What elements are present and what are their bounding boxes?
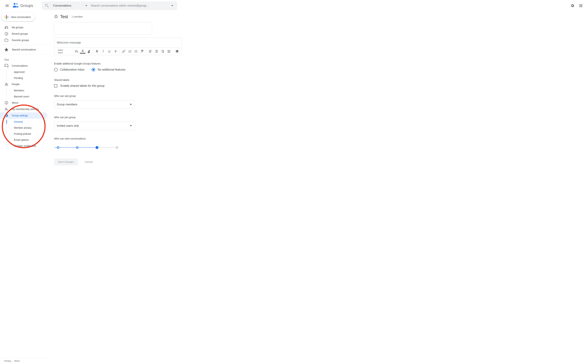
who-see-select[interactable]: Group members bbox=[54, 100, 134, 109]
star-toggle[interactable] bbox=[54, 14, 58, 19]
insert-image-button[interactable] bbox=[174, 48, 180, 54]
sidebar-item-label: Group settings bbox=[12, 114, 28, 117]
clear-format-icon bbox=[140, 50, 144, 53]
link-icon bbox=[122, 50, 126, 53]
main-content: Test 1 member Welcome message Sans Serif… bbox=[51, 11, 588, 364]
who-view-conv-slider[interactable] bbox=[54, 143, 118, 152]
text-color-button[interactable]: A bbox=[80, 49, 86, 53]
forum-icon bbox=[4, 64, 8, 68]
groups-logo-icon bbox=[12, 2, 19, 10]
numbered-list-button[interactable] bbox=[127, 48, 133, 54]
sidebar-item-my-membership-settings[interactable]: My membership settings bbox=[0, 106, 47, 112]
sidebar-item-label: My membership settings bbox=[12, 108, 39, 110]
feature-radio-no-additional-features[interactable]: No additional features bbox=[92, 68, 126, 72]
sidebar: New conversation My groupsRecent groupsF… bbox=[0, 11, 51, 364]
caret-down-icon bbox=[130, 104, 132, 106]
member-count: 1 member bbox=[72, 15, 83, 18]
search-scope-label: Conversations bbox=[53, 4, 71, 7]
search-options-button[interactable] bbox=[169, 5, 176, 6]
footer-terms-link[interactable]: Terms bbox=[14, 360, 20, 362]
caret-down-icon bbox=[130, 125, 132, 127]
shared-labels-checkbox[interactable]: Enable shared labels for this group bbox=[54, 84, 587, 87]
sidebar-sub-general[interactable]: General bbox=[0, 119, 47, 125]
who-view-conv-title: Who can view conversations bbox=[54, 137, 587, 140]
sidebar-sub-banned-users[interactable]: Banned users bbox=[0, 93, 47, 99]
highlight-color-button[interactable] bbox=[86, 48, 92, 54]
search-input[interactable] bbox=[91, 4, 169, 7]
groups-icon bbox=[4, 25, 8, 30]
search-icon[interactable] bbox=[43, 4, 51, 8]
align-center-button[interactable] bbox=[154, 48, 160, 54]
image-icon bbox=[175, 50, 179, 53]
highlight-icon bbox=[87, 50, 91, 53]
link-button[interactable] bbox=[121, 48, 127, 54]
feature-radio-collaborative-inbox[interactable]: Collaborative Inbox bbox=[54, 68, 85, 72]
person-gear-icon bbox=[4, 107, 8, 111]
underline-button[interactable]: U bbox=[107, 48, 112, 54]
sidebar-item-my-groups[interactable]: My groups bbox=[0, 24, 47, 31]
radio-icon bbox=[54, 68, 58, 72]
folder-icon bbox=[4, 38, 8, 42]
settings-button[interactable] bbox=[568, 1, 577, 10]
who-join-select[interactable]: Invited users only bbox=[54, 122, 134, 130]
people-icon bbox=[4, 82, 8, 86]
sidebar-item-group-settings[interactable]: Group settings bbox=[0, 112, 47, 119]
align-left-icon bbox=[149, 50, 152, 53]
save-button[interactable]: Save changes bbox=[54, 159, 78, 165]
font-family-dropdown[interactable]: Sans Serif bbox=[56, 49, 71, 54]
radio-label: No additional features bbox=[98, 68, 126, 71]
radio-label: Collaborative Inbox bbox=[60, 68, 85, 71]
list-bulleted-icon bbox=[134, 50, 138, 53]
sidebar-sub-approved[interactable]: Approved bbox=[0, 69, 47, 75]
sidebar-item-starred[interactable]: Starred conversations bbox=[0, 46, 47, 53]
sidebar-sub-email-options[interactable]: Email options bbox=[0, 137, 47, 143]
svg-point-8 bbox=[16, 3, 18, 5]
sidebar-sub-member-moderation[interactable]: Member moderation bbox=[0, 143, 47, 149]
clear-formatting-button[interactable] bbox=[139, 48, 145, 54]
who-join-title: Who can join group bbox=[54, 116, 587, 119]
sidebar-sub-member-privacy[interactable]: Member privacy bbox=[0, 125, 47, 131]
svg-rect-9 bbox=[88, 52, 90, 53]
page-header: Test 1 member bbox=[53, 11, 587, 22]
bold-button[interactable]: B bbox=[94, 48, 100, 54]
page-title: Test bbox=[60, 14, 68, 19]
sidebar-sub-members[interactable]: Members bbox=[0, 87, 47, 93]
align-justify-button[interactable] bbox=[166, 48, 172, 54]
bulleted-list-button[interactable] bbox=[133, 48, 139, 54]
sidebar-item-favorite-groups[interactable]: Favorite groups bbox=[0, 37, 47, 43]
sidebar-sub-posting-policies[interactable]: Posting policies bbox=[0, 131, 47, 137]
main-menu-button[interactable] bbox=[3, 1, 11, 10]
sidebar-item-label: About bbox=[12, 101, 18, 104]
footer: Privacy · Terms bbox=[0, 358, 51, 364]
cancel-button[interactable]: Cancel bbox=[85, 161, 93, 163]
who-see-title: Who can see group bbox=[54, 95, 587, 98]
sidebar-item-conversations[interactable]: Conversations bbox=[0, 63, 47, 69]
description-box[interactable] bbox=[54, 22, 152, 35]
sidebar-item-about[interactable]: About bbox=[0, 99, 47, 106]
apps-grid-icon bbox=[579, 4, 583, 8]
sidebar-sub-pending[interactable]: Pending bbox=[0, 75, 47, 81]
search-scope-dropdown[interactable]: Conversations bbox=[51, 4, 91, 7]
text-size-button[interactable] bbox=[74, 48, 80, 54]
align-left-button[interactable] bbox=[147, 48, 154, 54]
footer-privacy-link[interactable]: Privacy bbox=[4, 360, 11, 362]
align-right-button[interactable] bbox=[160, 48, 166, 54]
editor-toolbar: Sans Serif A B I U S bbox=[54, 48, 181, 55]
caret-down-icon bbox=[171, 5, 173, 6]
caret-down-icon bbox=[85, 5, 87, 6]
align-right-icon bbox=[161, 50, 164, 53]
who-join-value: Invited users only bbox=[57, 124, 79, 127]
sidebar-item-recent-groups[interactable]: Recent groups bbox=[0, 31, 47, 37]
sidebar-item-people[interactable]: People bbox=[0, 81, 47, 87]
italic-button[interactable]: I bbox=[100, 48, 106, 54]
shared-labels-title: Shared labels bbox=[54, 78, 587, 81]
app-name: Groups bbox=[20, 3, 33, 8]
info-icon bbox=[4, 101, 8, 105]
gear-icon bbox=[4, 113, 8, 118]
welcome-message-input[interactable]: Welcome message bbox=[54, 38, 181, 48]
logo[interactable]: Groups bbox=[11, 2, 33, 10]
who-see-value: Group members bbox=[57, 103, 77, 106]
new-conversation-button[interactable]: New conversation bbox=[1, 13, 35, 21]
apps-launcher-button[interactable] bbox=[577, 1, 585, 10]
strikethrough-button[interactable]: S bbox=[113, 48, 119, 54]
